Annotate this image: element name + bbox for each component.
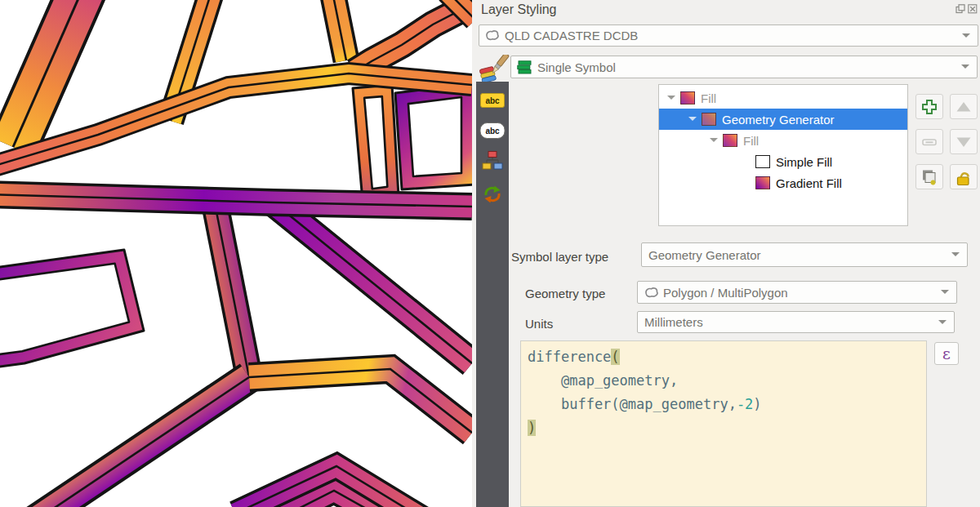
geometry-type-value: Polygon / MultiPolygon (663, 286, 788, 300)
symbol-tree-row-label: Fill (701, 91, 716, 105)
add-symbol-layer-button[interactable] (915, 94, 943, 119)
units-value: Millimeters (644, 315, 703, 329)
symbol-layer-type-selector[interactable]: Geometry Generator (641, 242, 968, 267)
code-line: buffer(@map_geometry,-2) (528, 393, 920, 416)
symbol-tree-row-label: Geometry Generator (722, 113, 835, 127)
move-down-button[interactable] (950, 129, 978, 154)
expander-icon[interactable] (688, 117, 697, 125)
symbol-swatch (702, 113, 716, 126)
duplicate-symbol-layer-button[interactable] (915, 164, 943, 189)
epsilon-icon: ε (942, 345, 951, 362)
single-symbol-icon (517, 60, 532, 74)
symbol-tree-row-gradient-fill[interactable]: Gradient Fill (659, 172, 907, 193)
symbol-tree-row-fill[interactable]: Fill (659, 87, 907, 109)
open-padlock-icon (954, 167, 973, 187)
geometry-type-label: Geometry type (525, 287, 605, 300)
code-line: difference( (528, 345, 920, 369)
symbol-tree-row-geometry-generator[interactable]: Geometry Generator (659, 109, 907, 130)
symbol-swatch (723, 134, 737, 147)
chevron-down-icon (962, 33, 970, 42)
polygon-geometry-icon (644, 286, 660, 300)
float-panel-button[interactable] (956, 4, 965, 14)
diagrams-tab[interactable] (482, 150, 503, 175)
symbol-tree-row-simple-fill[interactable]: Simple Fill (659, 151, 907, 172)
symbol-tree-row-fill[interactable]: Fill (659, 130, 907, 151)
diagrams-icon (482, 150, 503, 171)
chevron-down-icon (951, 252, 960, 260)
road-nw-3 (331, 0, 346, 60)
remove-icon (920, 133, 938, 151)
panel-title: Layer Styling (481, 2, 557, 17)
layer-styling-panel: Layer Styling QLD CADASTRE DCDB (472, 0, 980, 507)
close-icon (968, 4, 978, 14)
down-arrow-icon (955, 133, 973, 151)
expander-icon[interactable] (667, 96, 675, 104)
symbol-tree-row-label: Gradient Fill (776, 176, 842, 190)
cadastre-map (0, 0, 472, 507)
symbol-layer-tree[interactable]: FillGeometry GeneratorFillSimple FillGra… (658, 84, 908, 226)
expander-icon[interactable] (710, 138, 718, 146)
history-tab[interactable] (482, 183, 503, 209)
symbol-tree-row-label: Fill (743, 134, 759, 148)
callouts-icon: abc (480, 122, 506, 139)
symbol-mode-selector[interactable]: Single Symbol (510, 56, 978, 78)
labels-icon: abc (480, 93, 505, 108)
units-selector[interactable]: Millimeters (637, 311, 955, 333)
road-corridor-lower (0, 194, 472, 207)
callouts-tab[interactable]: abc (480, 122, 506, 139)
polygon-layer-icon (484, 29, 501, 42)
layer-selector[interactable]: QLD CADASTRE DCDB (479, 24, 978, 47)
symbol-swatch (680, 91, 695, 105)
code-line: @map_geometry, (528, 369, 920, 393)
chevron-down-icon (941, 290, 949, 298)
code-line: ) (528, 416, 920, 440)
duplicate-icon (920, 168, 938, 186)
expression-builder-button[interactable]: ε (934, 342, 959, 365)
units-label: Units (525, 317, 553, 331)
symbol-swatch (755, 155, 770, 168)
remove-symbol-layer-button[interactable] (915, 129, 943, 154)
geometry-type-selector[interactable]: Polygon / MultiPolygon (637, 281, 957, 304)
history-undo-redo-icon (482, 183, 503, 206)
geometry-expression-editor[interactable]: difference( @map_geometry, buffer(@map_g… (520, 340, 927, 507)
styling-tab-strip: abc abc (476, 82, 509, 507)
layer-selector-value: QLD CADASTRE DCDB (505, 29, 638, 42)
chevron-down-icon (938, 320, 947, 328)
map-canvas[interactable] (0, 0, 472, 507)
symbol-layer-type-label: Symbol layer type (511, 250, 608, 264)
chevron-down-icon (961, 64, 969, 73)
float-icon (956, 4, 965, 14)
add-icon (920, 98, 938, 116)
symbol-mode-value: Single Symbol (537, 60, 616, 74)
labels-tab[interactable]: abc (480, 93, 505, 108)
lock-color-button[interactable] (950, 164, 978, 189)
symbol-swatch (755, 176, 770, 189)
symbol-tree-row-label: Simple Fill (776, 155, 832, 169)
symbol-layer-type-value: Geometry Generator (648, 248, 761, 262)
parcel-rectangle-east (395, 83, 472, 189)
close-panel-button[interactable] (968, 4, 978, 14)
move-up-button[interactable] (950, 94, 978, 119)
up-arrow-icon (955, 98, 973, 116)
